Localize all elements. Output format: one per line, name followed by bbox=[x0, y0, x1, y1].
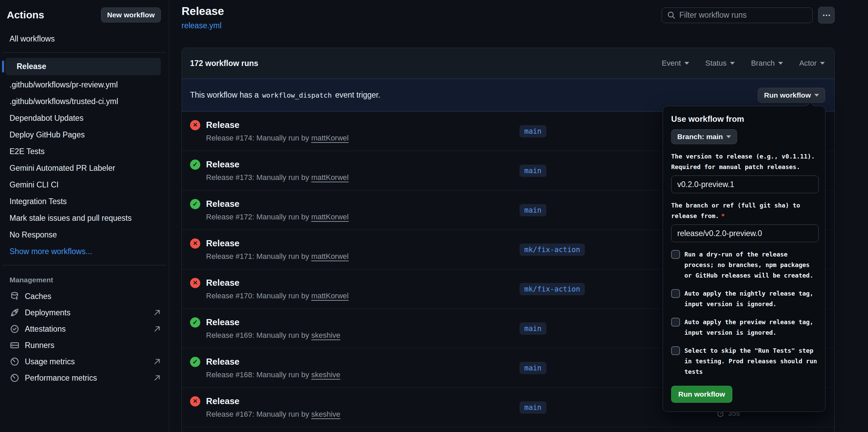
meter-icon bbox=[10, 356, 20, 367]
run-status-icon bbox=[190, 160, 200, 170]
cache-icon bbox=[10, 291, 20, 301]
popover-title: Use workflow from bbox=[671, 114, 818, 124]
actor-link[interactable]: mattKorwel bbox=[311, 252, 348, 261]
workflow-options-button[interactable] bbox=[818, 7, 835, 23]
sidebar-item-workflow[interactable]: Deploy GitHub Pages bbox=[0, 127, 169, 143]
actor-link[interactable]: skeshive bbox=[311, 331, 340, 339]
branch-filter-dropdown[interactable]: Branch bbox=[751, 59, 783, 68]
chevron-down-icon bbox=[814, 94, 819, 97]
run-status-icon bbox=[190, 199, 200, 209]
verified-badge-icon bbox=[10, 324, 20, 334]
sidebar-item-release-selected[interactable]: Release bbox=[5, 58, 161, 75]
actor-link[interactable]: skeshive bbox=[311, 410, 340, 418]
preview-tag-option: Auto apply the preview release tag, inpu… bbox=[671, 317, 818, 338]
branch-chip[interactable]: main bbox=[520, 362, 546, 374]
sidebar-item-workflow[interactable]: E2E Tests bbox=[0, 143, 169, 160]
run-title-link[interactable]: Release bbox=[206, 159, 239, 170]
event-filter-dropdown[interactable]: Event bbox=[662, 59, 689, 68]
branch-chip[interactable]: mk/fix-action bbox=[520, 283, 585, 295]
selected-accent-bar bbox=[2, 61, 4, 72]
run-status-icon bbox=[190, 317, 200, 328]
skip-tests-checkbox[interactable] bbox=[671, 346, 680, 355]
show-more-workflows-link[interactable]: Show more workflows... bbox=[0, 243, 169, 260]
sidebar-item-runners[interactable]: Runners bbox=[0, 337, 169, 353]
run-title-link[interactable]: Release bbox=[206, 396, 239, 406]
meter-icon bbox=[10, 373, 20, 383]
sidebar-divider bbox=[3, 52, 166, 53]
filter-workflow-runs-box bbox=[662, 7, 813, 23]
banner-text: This workflow has a workflow_dispatch ev… bbox=[190, 90, 380, 100]
sidebar-item-workflow[interactable]: No Response bbox=[0, 227, 169, 243]
actor-link[interactable]: mattKorwel bbox=[311, 213, 348, 221]
management-header: Management bbox=[0, 270, 169, 288]
nightly-tag-checkbox[interactable] bbox=[671, 289, 680, 298]
chevron-down-icon bbox=[820, 62, 825, 65]
branch-chip[interactable]: main bbox=[520, 322, 546, 335]
run-status-icon bbox=[190, 396, 200, 406]
nightly-tag-option: Auto apply the nightly release tag, inpu… bbox=[671, 288, 818, 309]
checkbox-label[interactable]: Auto apply the nightly release tag, inpu… bbox=[684, 288, 818, 309]
branch-chip[interactable]: main bbox=[520, 401, 546, 414]
sidebar-item-usage-metrics[interactable]: Usage metrics bbox=[0, 353, 169, 370]
server-icon bbox=[10, 340, 20, 350]
version-field-description: The version to release (e.g., v0.1.11). … bbox=[671, 151, 819, 172]
branch-chip[interactable]: main bbox=[520, 165, 546, 177]
sidebar-item-attestations[interactable]: Attestations bbox=[0, 321, 169, 337]
workflow-file-link[interactable]: release.yml bbox=[182, 21, 222, 30]
chevron-down-icon bbox=[726, 135, 731, 138]
branch-chip[interactable]: main bbox=[520, 125, 546, 137]
sidebar-item-workflow[interactable]: Mark stale issues and pull requests bbox=[0, 210, 169, 227]
run-workflow-dropdown-button[interactable]: Run workflow bbox=[758, 88, 825, 103]
run-status-icon bbox=[190, 278, 200, 288]
branch-select-button[interactable]: Branch: main bbox=[671, 129, 737, 144]
sidebar-item-workflow[interactable]: Dependabot Updates bbox=[0, 110, 169, 127]
version-input[interactable] bbox=[671, 176, 819, 193]
chevron-down-icon bbox=[730, 62, 735, 65]
actor-link[interactable]: mattKorwel bbox=[311, 292, 348, 300]
workflow-dispatch-code: workflow_dispatch bbox=[262, 91, 332, 99]
sidebar-item-workflow[interactable]: .github/workflows/trusted-ci.yml bbox=[0, 93, 169, 110]
external-link-icon bbox=[153, 373, 161, 382]
sidebar-item-workflow[interactable]: .github/workflows/pr-review.yml bbox=[0, 77, 169, 93]
sidebar-item-deployments[interactable]: Deployments bbox=[0, 304, 169, 321]
ref-input[interactable] bbox=[671, 225, 819, 242]
sidebar-item-all-workflows[interactable]: All workflows bbox=[0, 31, 169, 47]
actor-link[interactable]: mattKorwel bbox=[311, 173, 348, 182]
sidebar-item-workflow[interactable]: Gemini CLI CI bbox=[0, 177, 169, 193]
runs-card-header: 172 workflow runs Event Status Branch Ac… bbox=[182, 48, 834, 79]
run-title-link[interactable]: Release bbox=[206, 356, 239, 367]
kebab-icon bbox=[822, 11, 831, 20]
sidebar-item-caches[interactable]: Caches bbox=[0, 288, 169, 304]
checkbox-label[interactable]: Auto apply the preview release tag, inpu… bbox=[684, 317, 818, 338]
actor-link[interactable]: mattKorwel bbox=[311, 134, 348, 142]
chevron-down-icon bbox=[684, 62, 689, 65]
search-icon bbox=[667, 11, 676, 20]
sidebar: Actions New workflow All workflows Relea… bbox=[0, 0, 169, 432]
branch-chip[interactable]: main bbox=[520, 204, 546, 216]
branch-chip[interactable]: mk/fix-action bbox=[520, 244, 585, 256]
dry-run-checkbox[interactable] bbox=[671, 250, 680, 259]
preview-tag-checkbox[interactable] bbox=[671, 318, 680, 327]
filter-workflow-runs-input[interactable] bbox=[679, 11, 807, 20]
run-title-link[interactable]: Release bbox=[206, 317, 239, 328]
run-status-icon bbox=[190, 357, 200, 367]
run-title-link[interactable]: Release bbox=[206, 238, 239, 249]
required-asterisk: * bbox=[721, 212, 725, 219]
run-workflow-submit-button[interactable]: Run workflow bbox=[671, 386, 732, 403]
actor-filter-dropdown[interactable]: Actor bbox=[799, 59, 825, 68]
run-status-icon bbox=[190, 120, 200, 130]
external-link-icon bbox=[153, 308, 161, 317]
sidebar-item-workflow[interactable]: Gemini Automated PR Labeler bbox=[0, 160, 169, 177]
chevron-down-icon bbox=[778, 62, 783, 65]
actor-link[interactable]: skeshive bbox=[311, 370, 340, 379]
sidebar-item-performance-metrics[interactable]: Performance metrics bbox=[0, 370, 169, 386]
run-title-link[interactable]: Release bbox=[206, 120, 239, 130]
checkbox-label[interactable]: Run a dry-run of the release process; no… bbox=[684, 249, 818, 281]
status-filter-dropdown[interactable]: Status bbox=[705, 59, 735, 68]
rocket-icon bbox=[10, 308, 20, 318]
run-title-link[interactable]: Release bbox=[206, 278, 239, 288]
checkbox-label[interactable]: Select to skip the "Run Tests" step in t… bbox=[684, 345, 818, 377]
sidebar-item-workflow[interactable]: Integration Tests bbox=[0, 193, 169, 210]
run-title-link[interactable]: Release bbox=[206, 199, 239, 209]
new-workflow-button[interactable]: New workflow bbox=[101, 7, 161, 22]
